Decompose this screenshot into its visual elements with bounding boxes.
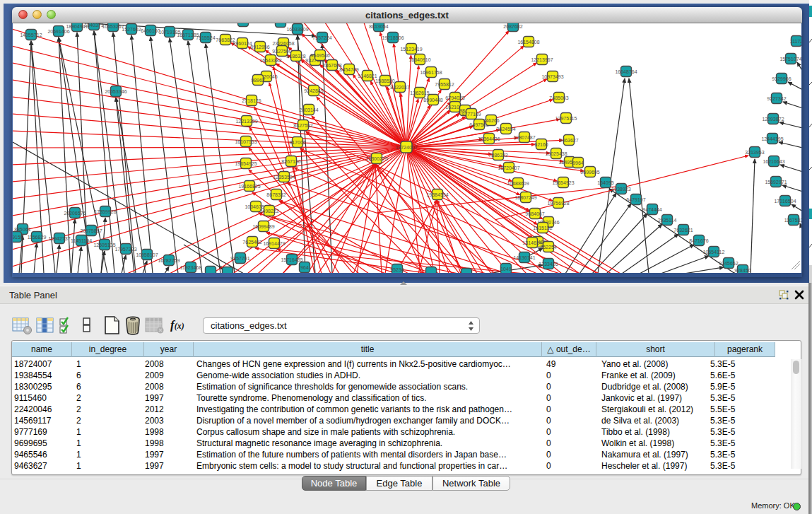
svg-text:8678332: 8678332: [266, 192, 286, 197]
svg-text:164095: 164095: [597, 180, 613, 185]
svg-text:12093872: 12093872: [762, 117, 784, 122]
svg-text:11172: 11172: [790, 39, 801, 44]
svg-text:8267130: 8267130: [281, 159, 300, 164]
svg-text:12213389: 12213389: [235, 119, 257, 124]
svg-text:12505135: 12505135: [93, 243, 115, 247]
svg-text:95234: 95234: [390, 267, 404, 272]
svg-text:9146821: 9146821: [358, 74, 377, 78]
svg-text:16782759: 16782759: [158, 258, 180, 263]
svg-text:19166825: 19166825: [238, 184, 260, 189]
svg-text:15692971: 15692971: [765, 180, 787, 185]
svg-text:10807487: 10807487: [513, 135, 535, 140]
svg-text:1615132: 1615132: [533, 226, 552, 230]
svg-text:1527602: 1527602: [122, 27, 141, 32]
svg-text:7886322: 7886322: [488, 153, 507, 158]
svg-text:6466160: 6466160: [141, 28, 160, 33]
svg-text:3498222: 3498222: [259, 209, 278, 214]
svg-text:16033809: 16033809: [286, 27, 308, 32]
svg-text:9777169: 9777169: [461, 112, 481, 117]
svg-text:16154808: 16154808: [517, 40, 539, 45]
svg-text:8322037: 8322037: [390, 85, 409, 90]
svg-text:18724007: 18724007: [395, 145, 417, 150]
svg-text:7515524: 7515524: [196, 35, 215, 40]
svg-text:9474444: 9474444: [642, 207, 661, 212]
svg-text:15720407: 15720407: [498, 165, 519, 170]
svg-text:8813054: 8813054: [369, 24, 388, 29]
svg-text:16210643: 16210643: [763, 159, 784, 164]
svg-text:16543382: 16543382: [259, 58, 281, 63]
svg-text:8912956: 8912956: [250, 45, 269, 49]
svg-text:14055712: 14055712: [20, 33, 42, 37]
svg-text:2718176: 2718176: [242, 98, 261, 103]
svg-text:20053346: 20053346: [105, 89, 126, 94]
svg-text:6479197: 6479197: [626, 197, 645, 202]
svg-text:12444195: 12444195: [761, 136, 783, 141]
svg-text:1362615: 1362615: [410, 90, 429, 95]
svg-text:746266: 746266: [483, 118, 499, 123]
svg-text:1733426: 1733426: [539, 262, 558, 267]
svg-text:817006: 817006: [289, 140, 305, 145]
svg-text:9329966: 9329966: [772, 76, 791, 81]
svg-text:20975867: 20975867: [80, 228, 102, 233]
svg-text:2935114: 2935114: [658, 218, 677, 223]
svg-text:964: 964: [300, 265, 309, 270]
svg-text:12213967: 12213967: [531, 57, 553, 62]
svg-text:10653267: 10653267: [102, 24, 124, 29]
svg-text:12353594: 12353594: [273, 175, 295, 180]
svg-text:16961758: 16961758: [420, 70, 442, 75]
svg-text:8471676: 8471676: [689, 238, 708, 243]
svg-text:19654925: 19654925: [235, 161, 257, 166]
svg-text:8186328: 8186328: [286, 54, 305, 59]
svg-text:1588520: 1588520: [375, 78, 394, 83]
svg-text:9227342: 9227342: [767, 96, 786, 101]
svg-text:1938923: 1938923: [611, 187, 630, 192]
svg-text:3624554: 3624554: [496, 127, 515, 132]
svg-text:62160: 62160: [534, 142, 548, 147]
svg-text:8427552: 8427552: [293, 123, 312, 128]
svg-text:3213953: 3213953: [745, 150, 764, 155]
svg-text:11923468: 11923468: [180, 265, 202, 270]
svg-text:12975115: 12975115: [555, 116, 577, 121]
svg-text:98962: 98962: [251, 78, 265, 83]
svg-text:9699695: 9699695: [580, 170, 599, 175]
svg-text:19654923: 19654923: [552, 180, 574, 185]
svg-text:8960124: 8960124: [233, 41, 252, 46]
svg-text:1167533: 1167533: [784, 218, 801, 223]
svg-text:16914479: 16914479: [263, 241, 285, 246]
svg-text:7625402: 7625402: [242, 240, 261, 245]
svg-text:15300275: 15300275: [365, 156, 387, 161]
svg-text:19756928: 19756928: [547, 201, 569, 206]
svg-text:16107553: 16107553: [235, 139, 257, 144]
svg-text:15751074: 15751074: [779, 57, 801, 62]
svg-text:928450: 928450: [734, 268, 751, 273]
svg-text:16099489: 16099489: [252, 224, 274, 229]
svg-text:15716485: 15716485: [281, 257, 302, 262]
svg-text:19384554: 19384554: [426, 192, 448, 197]
svg-text:20206576: 20206576: [64, 211, 86, 216]
svg-text:16640910: 16640910: [408, 57, 430, 62]
svg-text:10688609: 10688609: [507, 181, 529, 186]
svg-text:9857791: 9857791: [230, 256, 249, 261]
svg-text:10958107: 10958107: [136, 252, 158, 257]
svg-text:9964: 9964: [572, 160, 584, 165]
svg-text:39159: 39159: [13, 235, 23, 240]
svg-text:9242845: 9242845: [304, 88, 323, 93]
svg-text:8990448: 8990448: [423, 98, 442, 103]
svg-text:6794028: 6794028: [445, 95, 464, 100]
svg-text:10654112: 10654112: [703, 250, 725, 255]
svg-text:7485063: 7485063: [549, 95, 568, 100]
svg-text:7632621: 7632621: [673, 228, 693, 233]
svg-text:252254: 252254: [540, 245, 556, 250]
svg-text:9327500: 9327500: [272, 49, 291, 54]
svg-text:7357224: 7357224: [312, 35, 331, 40]
svg-text:1314614: 1314614: [522, 240, 541, 245]
svg-text:7955812: 7955812: [435, 82, 454, 87]
svg-text:20364436: 20364436: [478, 136, 500, 141]
svg-text:17359928: 17359928: [94, 209, 116, 214]
svg-text:9463627: 9463627: [559, 138, 578, 143]
svg-text:20691406: 20691406: [47, 29, 69, 34]
svg-text:8454749: 8454749: [339, 67, 358, 72]
svg-text:2087682: 2087682: [503, 24, 522, 29]
svg-text:2803144: 2803144: [299, 107, 318, 112]
svg-text:1840371: 1840371: [84, 23, 103, 28]
